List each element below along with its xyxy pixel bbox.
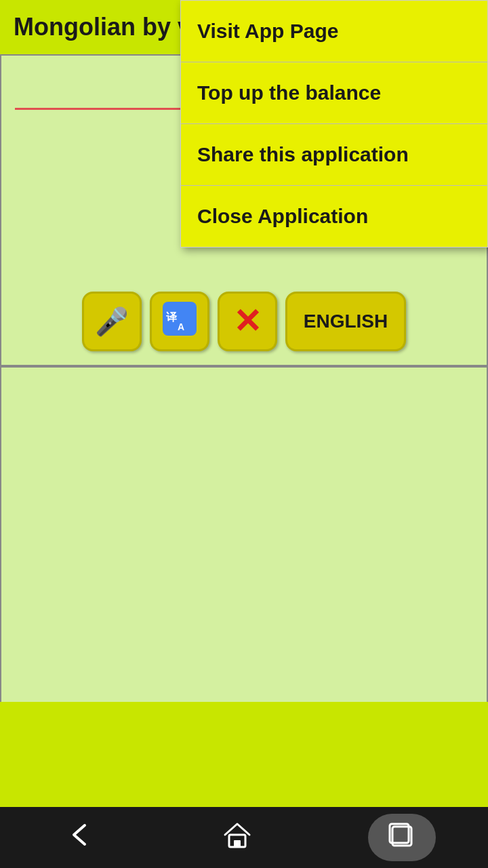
close-icon: ✕ [233, 302, 262, 341]
microphone-button[interactable]: 🎤 [82, 292, 142, 351]
language-button[interactable]: ENGLISH [285, 292, 406, 351]
menu-item-share-application[interactable]: Share this application [181, 124, 487, 186]
home-icon [222, 820, 252, 856]
home-button[interactable] [210, 810, 264, 865]
back-icon [64, 820, 94, 856]
menu-item-visit-app-page[interactable]: Visit App Page [181, 1, 487, 62]
recents-icon [387, 820, 417, 856]
bottom-bar [0, 702, 488, 807]
clear-button[interactable]: ✕ [218, 292, 277, 351]
translate-icon: 译 A [163, 302, 197, 342]
svg-text:译: 译 [166, 311, 178, 323]
menu-item-close-application[interactable]: Close Application [181, 186, 487, 247]
nav-bar [0, 807, 488, 868]
translate-button[interactable]: 译 A [150, 292, 209, 351]
recents-button[interactable] [368, 814, 436, 861]
microphone-icon: 🎤 [95, 306, 129, 338]
svg-text:A: A [178, 321, 184, 332]
language-label: ENGLISH [304, 311, 388, 332]
svg-rect-11 [234, 840, 241, 847]
back-button[interactable] [52, 810, 106, 865]
dropdown-menu: Visit App Page Top up the balance Share … [180, 0, 488, 248]
app-title: Mongolian by vo [14, 13, 206, 41]
top-controls: 🎤 译 A ✕ ENGLISH [1, 292, 487, 351]
menu-item-top-up-balance[interactable]: Top up the balance [181, 62, 487, 124]
